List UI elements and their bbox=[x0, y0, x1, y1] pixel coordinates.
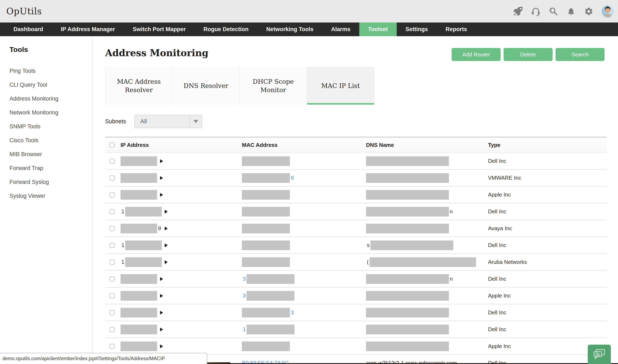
expand-arrow-icon[interactable] bbox=[160, 294, 163, 298]
expand-arrow-icon[interactable] bbox=[165, 260, 168, 264]
dns-name-cell bbox=[366, 341, 488, 351]
nav-item-alarms[interactable]: Alarms bbox=[322, 23, 359, 36]
expand-arrow-icon[interactable] bbox=[160, 277, 163, 281]
row-checkbox[interactable] bbox=[110, 192, 115, 197]
headset-icon[interactable] bbox=[531, 7, 541, 16]
nav-item-networking-tools[interactable]: Networking Tools bbox=[258, 23, 322, 36]
tool-tabs: MAC Address ResolverDNS ResolverDHCP Sco… bbox=[105, 67, 374, 104]
mac-address-cell: 3 bbox=[242, 291, 366, 301]
ip-redacted bbox=[120, 291, 157, 301]
chat-button[interactable] bbox=[588, 345, 611, 364]
type-value: Dell Inc bbox=[488, 276, 506, 282]
type-cell: Apple Inc bbox=[488, 292, 607, 299]
table-row: 3Apple Inc bbox=[105, 288, 607, 304]
app-logo: OpUtils bbox=[6, 0, 42, 23]
mac-redacted bbox=[242, 240, 290, 250]
table-row: 1Dell Inc bbox=[105, 321, 607, 338]
sidebar-item-syslog-viewer[interactable]: Syslog Viewer bbox=[0, 189, 92, 203]
sidebar-item-network-monitoring[interactable]: Network Monitoring bbox=[0, 106, 92, 119]
row-checkbox[interactable] bbox=[110, 310, 115, 315]
sidebar: Tools Ping ToolsCLI Query ToolAddress Mo… bbox=[0, 36, 92, 364]
nav-item-dashboard[interactable]: Dashboard bbox=[5, 23, 52, 36]
ip-redacted bbox=[125, 207, 162, 217]
expand-arrow-icon[interactable] bbox=[165, 243, 168, 247]
ip-fragment: 9 bbox=[158, 225, 161, 232]
row-checkbox[interactable] bbox=[110, 159, 115, 164]
expand-arrow-icon[interactable] bbox=[165, 210, 168, 214]
rocket-icon[interactable] bbox=[513, 7, 523, 16]
expand-arrow-icon[interactable] bbox=[160, 328, 163, 331]
bell-icon[interactable] bbox=[566, 7, 576, 16]
mac-address-cell bbox=[242, 240, 366, 250]
checkbox-cell bbox=[105, 192, 120, 197]
expand-arrow-icon[interactable] bbox=[160, 159, 163, 163]
row-checkbox[interactable] bbox=[110, 226, 115, 231]
row-checkbox[interactable] bbox=[110, 260, 115, 265]
nav-item-settings[interactable]: Settings bbox=[397, 23, 437, 36]
nav-item-switch-port-mapper[interactable]: Switch Port Mapper bbox=[124, 23, 194, 36]
expand-arrow-icon[interactable] bbox=[160, 193, 163, 197]
type-cell: Dell Inc bbox=[488, 208, 607, 215]
mac-address-cell bbox=[242, 207, 366, 217]
gear-icon[interactable] bbox=[584, 7, 594, 16]
expand-arrow-icon[interactable] bbox=[165, 227, 168, 230]
user-avatar[interactable] bbox=[602, 5, 614, 17]
nav-item-rogue-detection[interactable]: Rogue Detection bbox=[194, 23, 258, 36]
dns-redacted bbox=[366, 207, 449, 217]
ip-fragment: 1 bbox=[121, 242, 124, 248]
type-cell: Dell Inc bbox=[488, 309, 607, 316]
tab-mac-ip-list[interactable]: MAC IP List bbox=[307, 67, 374, 104]
mac-redacted bbox=[242, 308, 290, 317]
row-checkbox[interactable] bbox=[110, 344, 115, 349]
expand-arrow-icon[interactable] bbox=[160, 311, 163, 314]
topbar-icons bbox=[513, 0, 614, 23]
search-button[interactable]: Search bbox=[555, 48, 605, 61]
sidebar-item-mib-browser[interactable]: MIB Browser bbox=[0, 147, 92, 161]
dns-fragment: s bbox=[367, 242, 370, 248]
sidebar-item-ping-tools[interactable]: Ping Tools bbox=[0, 64, 92, 78]
dns-redacted bbox=[366, 224, 449, 233]
row-checkbox[interactable] bbox=[110, 175, 115, 181]
mac-address-cell: 1 bbox=[242, 325, 366, 334]
sidebar-item-cli-query-tool[interactable]: CLI Query Tool bbox=[0, 78, 92, 92]
nav-item-toolset[interactable]: Toolset bbox=[359, 23, 397, 36]
mac-address-cell: 9 bbox=[242, 173, 366, 183]
sidebar-item-address-monitoring[interactable]: Address Monitoring bbox=[0, 92, 92, 106]
nav-item-ip-address-manager[interactable]: IP Address Manager bbox=[52, 23, 124, 36]
ip-redacted bbox=[120, 173, 157, 183]
ip-redacted bbox=[125, 240, 162, 250]
tab-mac-address-resolver[interactable]: MAC Address Resolver bbox=[105, 67, 172, 104]
expand-arrow-icon[interactable] bbox=[160, 176, 163, 180]
ip-address-cell: 1 bbox=[120, 207, 242, 217]
select-all-checkbox[interactable] bbox=[110, 143, 115, 147]
sidebar-item-forward-trap[interactable]: Forward Trap bbox=[0, 161, 92, 175]
main-nav: DashboardIP Address ManagerSwitch Port M… bbox=[0, 23, 618, 36]
row-checkbox[interactable] bbox=[110, 243, 115, 248]
expand-arrow-icon[interactable] bbox=[160, 344, 163, 348]
dropdown-arrow-segment[interactable] bbox=[190, 115, 202, 128]
nav-item-reports[interactable]: Reports bbox=[437, 23, 476, 36]
ip-address-cell bbox=[120, 190, 242, 200]
dns-redacted bbox=[366, 274, 449, 284]
dns-redacted bbox=[366, 190, 449, 200]
mac-address-cell: 3 bbox=[242, 308, 366, 317]
tab-dns-resolver[interactable]: DNS Resolver bbox=[172, 67, 240, 104]
subnets-dropdown[interactable]: All bbox=[134, 115, 202, 128]
type-cell: Apple Inc bbox=[488, 192, 607, 198]
tab-label: MAC IP List bbox=[321, 82, 360, 90]
tab-dhcp-scope-monitor[interactable]: DHCP Scope Monitor bbox=[240, 67, 307, 104]
search-icon[interactable] bbox=[549, 7, 558, 16]
sidebar-item-snmp-tools[interactable]: SNMP Tools bbox=[0, 119, 92, 133]
row-checkbox[interactable] bbox=[110, 327, 115, 332]
chevron-down-icon bbox=[193, 120, 198, 123]
type-cell: Dell Inc bbox=[488, 158, 607, 164]
add-router-button[interactable]: Add Router bbox=[452, 48, 501, 61]
delete-button[interactable]: Delete bbox=[503, 48, 553, 61]
sidebar-item-cisco-tools[interactable]: Cisco Tools bbox=[0, 133, 92, 147]
mac-address-cell bbox=[242, 156, 366, 166]
row-checkbox[interactable] bbox=[110, 276, 115, 282]
row-checkbox[interactable] bbox=[110, 293, 115, 298]
table-row: Dell Inc bbox=[105, 153, 607, 170]
sidebar-item-forward-syslog[interactable]: Forward Syslog bbox=[0, 175, 92, 189]
row-checkbox[interactable] bbox=[110, 209, 115, 214]
